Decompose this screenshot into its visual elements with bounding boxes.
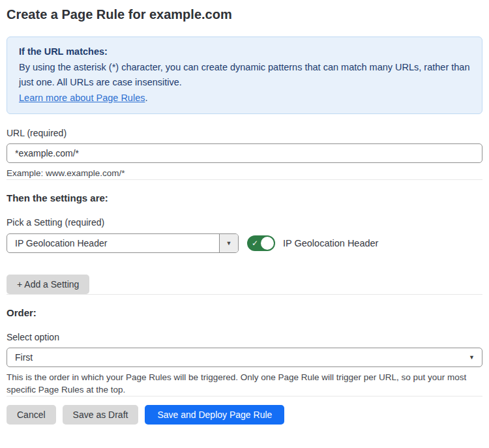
order-section-heading: Order: bbox=[7, 307, 482, 318]
toggle-label: IP Geolocation Header bbox=[283, 238, 378, 248]
order-helper-text: This is the order in which your Page Rul… bbox=[7, 371, 476, 396]
divider bbox=[7, 294, 482, 295]
chevron-down-icon: ▼ bbox=[226, 240, 232, 246]
toggle-knob bbox=[261, 237, 274, 250]
divider bbox=[7, 179, 482, 180]
save-and-deploy-button[interactable]: Save and Deploy Page Rule bbox=[145, 405, 284, 425]
order-select-value: First bbox=[15, 352, 33, 363]
url-input[interactable] bbox=[7, 143, 482, 163]
url-matches-info-box: If the URL matches: By using the asteris… bbox=[7, 37, 482, 114]
setting-picker-label: Pick a Setting (required) bbox=[7, 217, 482, 228]
cancel-button[interactable]: Cancel bbox=[7, 405, 56, 425]
learn-more-link[interactable]: Learn more about Page Rules bbox=[19, 93, 145, 103]
info-box-body: By using the asterisk (*) character, you… bbox=[19, 60, 470, 91]
setting-dropdown-value: IP Geolocation Header bbox=[7, 234, 219, 252]
info-box-link-line: Learn more about Page Rules. bbox=[19, 91, 470, 106]
chevron-down-icon: ▼ bbox=[469, 354, 475, 361]
link-suffix: . bbox=[145, 93, 147, 103]
footer-actions: Cancel Save as Draft Save and Deploy Pag… bbox=[7, 405, 482, 425]
setting-dropdown[interactable]: IP Geolocation Header ▼ bbox=[7, 233, 239, 253]
setting-dropdown-caret-button[interactable]: ▼ bbox=[219, 234, 238, 252]
setting-toggle-group: ✓ IP Geolocation Header bbox=[247, 235, 378, 251]
url-field-label: URL (required) bbox=[7, 128, 482, 138]
ip-geolocation-toggle[interactable]: ✓ bbox=[247, 235, 275, 251]
check-icon: ✓ bbox=[252, 238, 258, 248]
order-select-label: Select option bbox=[7, 332, 482, 342]
setting-picker-row: IP Geolocation Header ▼ ✓ IP Geolocation… bbox=[7, 233, 482, 253]
settings-section-heading: Then the settings are: bbox=[7, 192, 482, 203]
url-field-helper: Example: www.example.com/* bbox=[7, 167, 482, 179]
add-setting-button[interactable]: + Add a Setting bbox=[7, 275, 89, 294]
order-select[interactable]: First ▼ bbox=[7, 348, 482, 367]
page-title: Create a Page Rule for example.com bbox=[7, 6, 482, 23]
save-as-draft-button[interactable]: Save as Draft bbox=[63, 405, 139, 425]
info-box-heading: If the URL matches: bbox=[19, 44, 470, 60]
divider bbox=[7, 396, 482, 396]
